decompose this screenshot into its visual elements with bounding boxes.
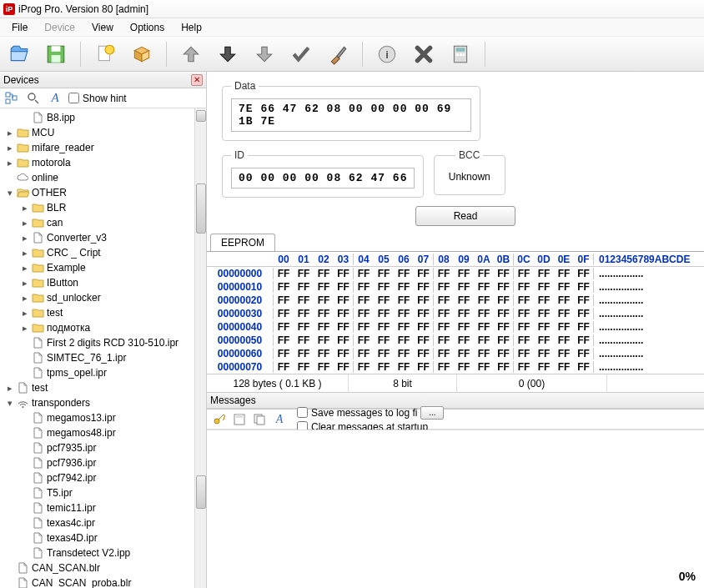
hex-row[interactable]: 00000050FFFFFFFFFFFFFFFFFFFFFFFFFFFFFFFF… xyxy=(207,334,704,347)
hex-row[interactable]: 00000040FFFFFFFFFFFFFFFFFFFFFFFFFFFFFFFF… xyxy=(207,320,704,334)
tree-item[interactable]: ▸BLR xyxy=(2,200,206,215)
scroll-thumb-lower[interactable] xyxy=(196,475,206,509)
tree-item[interactable]: ▸Example xyxy=(2,260,206,275)
expand-icon[interactable]: ▸ xyxy=(5,158,14,168)
tree-item[interactable]: ▾OTHER xyxy=(2,185,206,200)
save-icon[interactable] xyxy=(42,40,70,68)
messages-body[interactable] xyxy=(207,430,704,588)
tree-item[interactable]: ▸MCU xyxy=(2,125,206,140)
scroll-up-button[interactable] xyxy=(196,110,206,122)
tree-item[interactable]: SIMTEC_76_1.ipr xyxy=(2,350,206,365)
read-button[interactable]: Read xyxy=(415,206,515,226)
tree-item[interactable]: ▸motorola xyxy=(2,155,206,170)
expand-icon[interactable]: ▸ xyxy=(20,309,29,318)
expand-icon[interactable]: ▸ xyxy=(5,384,14,393)
expand-icon[interactable]: ▸ xyxy=(20,219,29,228)
tree-item[interactable]: ▸mifare_reader xyxy=(2,140,206,155)
expand-icon[interactable] xyxy=(20,369,29,378)
expand-icon[interactable]: ▸ xyxy=(20,324,29,333)
tree-item[interactable]: pcf7942.ipr xyxy=(2,470,206,485)
tree-icon[interactable] xyxy=(3,90,20,107)
expand-icon[interactable]: ▾ xyxy=(5,188,14,198)
tree-item[interactable]: tpms_opel.ipr xyxy=(2,365,206,380)
scroll-thumb[interactable] xyxy=(196,183,206,234)
tree-item[interactable]: online xyxy=(2,170,206,185)
hex-row[interactable]: 00000060FFFFFFFFFFFFFFFFFFFFFFFFFFFFFFFF… xyxy=(207,347,704,360)
menu-options[interactable]: Options xyxy=(122,20,173,35)
expand-icon[interactable] xyxy=(20,519,29,528)
brush-icon[interactable] xyxy=(324,40,352,68)
data-value[interactable]: 7E 66 47 62 08 00 00 00 00 69 1B 7E xyxy=(231,98,471,132)
tree-item[interactable]: temic11.ipr xyxy=(2,500,206,515)
check-icon[interactable] xyxy=(287,40,315,68)
msg-copy-icon[interactable] xyxy=(252,412,267,427)
tree-item[interactable]: ▸Converter_v3 xyxy=(2,230,206,245)
tree-item[interactable]: pcf7936.ipr xyxy=(2,455,206,470)
hex-row[interactable]: 00000070FFFFFFFFFFFFFFFFFFFFFFFFFFFFFFFF… xyxy=(207,360,704,374)
arrow-up-icon[interactable] xyxy=(177,40,205,68)
tree-item[interactable]: pcf7935.ipr xyxy=(2,440,206,455)
tree-item[interactable]: texas4c.ipr xyxy=(2,515,206,530)
tree-item[interactable]: CAN_SCAN_proba.blr xyxy=(2,575,206,588)
hex-row[interactable]: 00000000FFFFFFFFFFFFFFFFFFFFFFFFFFFFFFFF… xyxy=(207,267,704,280)
tree-item[interactable]: Transdetect V2.ipp xyxy=(2,545,206,560)
msg-save-icon[interactable] xyxy=(232,412,247,427)
expand-icon[interactable] xyxy=(20,504,29,513)
expand-icon[interactable] xyxy=(20,339,29,348)
key-icon[interactable] xyxy=(212,412,227,427)
hex-row[interactable]: 00000010FFFFFFFFFFFFFFFFFFFFFFFFFFFFFFFF… xyxy=(207,280,704,294)
expand-icon[interactable] xyxy=(20,549,29,558)
hex-viewer[interactable]: 000102030405060708090A0B0C0D0E0F01234567… xyxy=(207,251,704,374)
expand-icon[interactable] xyxy=(20,474,29,483)
expand-icon[interactable]: ▸ xyxy=(20,294,29,303)
close-x-icon[interactable] xyxy=(410,40,438,68)
expand-icon[interactable] xyxy=(20,429,29,438)
expand-icon[interactable] xyxy=(20,414,29,423)
show-hint-checkbox[interactable]: Show hint xyxy=(68,93,127,104)
menu-help[interactable]: Help xyxy=(173,20,210,35)
expand-icon[interactable]: ▸ xyxy=(20,264,29,273)
hex-row[interactable]: 00000020FFFFFFFFFFFFFFFFFFFFFFFFFFFFFFFF… xyxy=(207,294,704,307)
expand-icon[interactable]: ▸ xyxy=(20,234,29,243)
tree-item[interactable]: CAN_SCAN.blr xyxy=(2,560,206,575)
tree-item[interactable]: megamos48.ipr xyxy=(2,425,206,440)
expand-icon[interactable] xyxy=(20,534,29,543)
browse-button[interactable]: ... xyxy=(420,406,444,420)
open-icon[interactable] xyxy=(5,40,33,68)
tree-item[interactable]: texas4D.ipr xyxy=(2,530,206,545)
package-icon[interactable] xyxy=(128,40,156,68)
tree-item[interactable]: ▸CRC _ Cript xyxy=(2,245,206,260)
expand-icon[interactable]: ▸ xyxy=(5,128,14,138)
expand-icon[interactable] xyxy=(20,444,29,453)
search-icon[interactable] xyxy=(25,90,42,107)
panel-close-icon[interactable]: ✕ xyxy=(191,74,203,86)
expand-icon[interactable] xyxy=(20,113,29,123)
expand-icon[interactable]: ▸ xyxy=(20,204,29,213)
expand-icon[interactable] xyxy=(20,354,29,363)
calculator-icon[interactable] xyxy=(446,40,475,68)
tree-item[interactable]: ▸IButton xyxy=(2,275,206,290)
menu-view[interactable]: View xyxy=(83,20,122,35)
tree-item[interactable]: ▸can xyxy=(2,215,206,230)
arrow-down-icon[interactable] xyxy=(214,40,242,68)
arrow-down-grey-icon[interactable] xyxy=(250,40,279,68)
tree-item[interactable]: ▸test xyxy=(2,380,206,395)
expand-icon[interactable]: ▸ xyxy=(20,249,29,258)
msg-font-icon[interactable]: A xyxy=(272,412,287,427)
id-value[interactable]: 00 00 00 00 08 62 47 66 xyxy=(231,168,415,188)
tree-item[interactable]: ▸подмотка xyxy=(2,320,206,335)
expand-icon[interactable] xyxy=(20,459,29,468)
save-log-checkbox[interactable]: Save messages to log fi ... xyxy=(297,406,444,420)
tree-item[interactable]: B8.ipp xyxy=(2,110,206,125)
tree-item[interactable]: ▸sd_unlocker xyxy=(2,290,206,305)
tree-item[interactable]: megamos13.ipr xyxy=(2,410,206,425)
tree-item[interactable]: ▾transponders xyxy=(2,395,206,410)
expand-icon[interactable] xyxy=(5,564,14,573)
info-icon[interactable]: i xyxy=(373,40,401,68)
hex-row[interactable]: 00000030FFFFFFFFFFFFFFFFFFFFFFFFFFFFFFFF… xyxy=(207,307,704,320)
tree-scrollbar[interactable] xyxy=(194,108,206,588)
new-icon[interactable] xyxy=(91,40,119,68)
expand-icon[interactable] xyxy=(5,173,14,183)
tree-item[interactable]: ▸test xyxy=(2,305,206,320)
tab-eeprom[interactable]: EEPROM xyxy=(210,234,275,251)
